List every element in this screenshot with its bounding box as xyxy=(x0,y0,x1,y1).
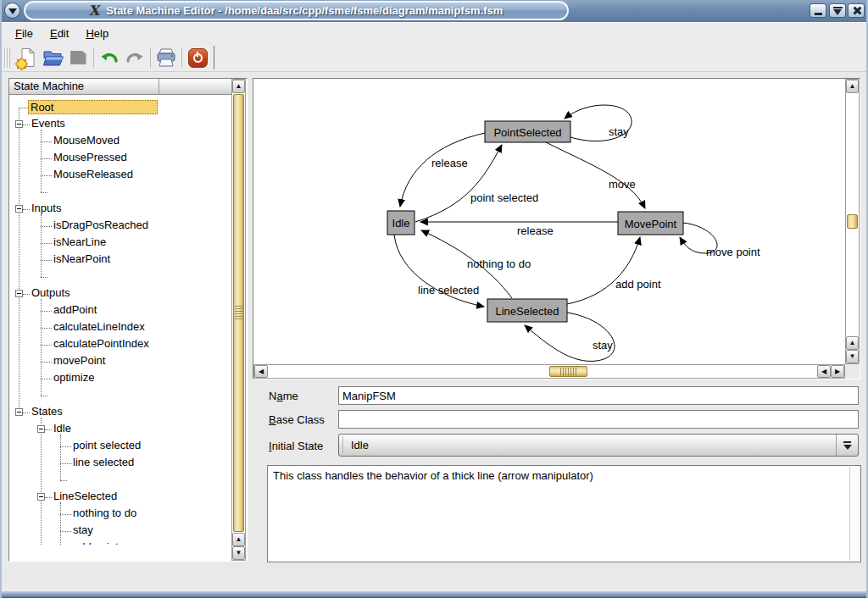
textarea-scrollbar-gutter xyxy=(849,467,860,561)
combobox-dropdown-button[interactable] xyxy=(836,435,858,456)
scroll-up-button[interactable]: ▲ xyxy=(232,80,245,93)
state-node-idle[interactable]: Idle xyxy=(387,211,415,235)
undo-button[interactable] xyxy=(97,46,122,69)
scrollbar-slider[interactable] xyxy=(233,94,244,532)
svg-text:Idle: Idle xyxy=(392,217,410,230)
tree-item-mousereleased[interactable]: MouseReleased xyxy=(52,168,135,182)
tree-item-states[interactable]: States xyxy=(30,405,64,419)
open-file-button[interactable] xyxy=(40,46,65,69)
transition-label[interactable]: add point xyxy=(615,278,661,291)
diagram-vertical-scrollbar[interactable]: ▲ ▲ ▼ xyxy=(845,79,860,364)
scroll-right-button[interactable]: ▶ xyxy=(831,365,844,378)
up-arrow-icon: ▲ xyxy=(849,83,856,90)
tree-item-add-point[interactable]: add point xyxy=(71,540,120,545)
scroll-down-button[interactable]: ▼ xyxy=(846,350,859,363)
tool-bar xyxy=(2,44,866,72)
exit-icon xyxy=(188,48,208,68)
menu-item-edit[interactable]: Edit xyxy=(43,25,75,42)
name-label: Name xyxy=(269,390,298,402)
tree-item-calculatepointindex[interactable]: calculatePointIndex xyxy=(52,337,151,352)
tree-item-lineselected[interactable]: LineSelected xyxy=(52,490,119,504)
tree-body[interactable]: RootEventsMouseMovedMousePressedMouseRel… xyxy=(9,95,232,545)
diagram-panel: stayreleasepoint selectedmovereleasenoth… xyxy=(253,78,860,379)
menu-item-help[interactable]: Help xyxy=(79,25,115,42)
diagram-horizontal-scrollbar[interactable]: ◀ ◀ ▶ xyxy=(253,364,845,379)
tree-item-events[interactable]: Events xyxy=(30,117,67,131)
tree-item-inputs[interactable]: Inputs xyxy=(30,202,63,216)
transition-label[interactable]: release xyxy=(431,157,468,169)
exit-button[interactable] xyxy=(185,46,210,69)
tree-item-isdragposreached[interactable]: isDragPosReached xyxy=(52,219,150,233)
tree-header: State Machine xyxy=(9,79,232,95)
scrollbar-slider[interactable] xyxy=(847,214,858,229)
tree-item-line-selected[interactable]: line selected xyxy=(71,456,136,470)
scroll-down-button[interactable]: ▼ xyxy=(232,546,245,560)
redo-button[interactable] xyxy=(122,46,147,69)
tree-header-column-2[interactable] xyxy=(159,79,232,95)
tree-item-addpoint[interactable]: addPoint xyxy=(52,303,98,318)
tree-item-isnearline[interactable]: isNearLine xyxy=(52,235,108,250)
minimize-button[interactable] xyxy=(810,3,826,18)
name-field[interactable] xyxy=(338,386,859,405)
down-arrow-icon: ▼ xyxy=(849,353,856,360)
transition-label[interactable]: move xyxy=(609,178,636,191)
scrollbar-slider[interactable] xyxy=(549,366,587,377)
state-node-lineselected[interactable]: LineSelected xyxy=(487,299,567,322)
tree-header-column[interactable]: State Machine xyxy=(9,79,159,95)
tree-item-idle[interactable]: Idle xyxy=(52,422,73,436)
transition-label[interactable]: point selected xyxy=(470,191,538,204)
maximize-button[interactable] xyxy=(829,3,846,18)
state-node-movepoint[interactable]: MovePoint xyxy=(618,212,683,235)
base-class-field[interactable] xyxy=(338,410,859,429)
tree-item-stay[interactable]: stay xyxy=(71,523,95,538)
tree-item-point-selected[interactable]: point selected xyxy=(71,439,142,453)
tree-item-outputs[interactable]: Outputs xyxy=(30,286,72,301)
transition-label[interactable]: stay xyxy=(609,125,629,138)
tree-item-optimize[interactable]: optimize xyxy=(52,371,96,385)
tree-item-calculatelineindex[interactable]: calculateLineIndex xyxy=(52,320,147,335)
scroll-left-button-2[interactable]: ◀ xyxy=(817,365,831,378)
print-button[interactable] xyxy=(153,46,179,69)
scroll-up-button[interactable]: ▲ xyxy=(846,80,859,93)
scroll-left-button[interactable]: ◀ xyxy=(254,365,268,378)
redo-icon xyxy=(124,47,146,68)
expand-box[interactable] xyxy=(15,290,23,297)
tree-item-isnearpoint[interactable]: isNearPoint xyxy=(52,252,112,267)
tree-vertical-scrollbar[interactable]: ▲ ▲ ▼ xyxy=(231,79,246,561)
scroll-up-button-2[interactable]: ▲ xyxy=(846,336,859,350)
menu-item-file[interactable]: File xyxy=(8,25,40,42)
toolbar-separator xyxy=(214,46,214,69)
scroll-up-button-2[interactable]: ▲ xyxy=(232,533,245,546)
tree-item-root[interactable]: Root xyxy=(28,100,158,114)
transition-label[interactable]: nothing to do xyxy=(467,257,531,270)
expand-box[interactable] xyxy=(37,493,45,501)
initial-state-combobox[interactable]: Idle xyxy=(338,434,859,457)
expand-box[interactable] xyxy=(15,408,23,416)
transition-label[interactable]: stay xyxy=(593,339,613,352)
tree-item-nothing-to-do[interactable]: nothing to do xyxy=(71,507,138,521)
tree-item-mousepressed[interactable]: MousePressed xyxy=(52,151,129,165)
title-bar: X State Machine Editor - /home/daa/src/c… xyxy=(0,0,868,22)
up-arrow-icon: ▲ xyxy=(236,536,242,543)
up-arrow-icon: ▲ xyxy=(849,340,856,346)
toolbar-separator xyxy=(93,47,94,68)
state-node-pointselected[interactable]: PointSelected xyxy=(485,121,570,142)
base-class-label: Base Class xyxy=(269,413,325,426)
expand-box[interactable] xyxy=(15,205,23,213)
window-menu-button[interactable] xyxy=(4,3,20,19)
expand-box[interactable] xyxy=(15,120,23,128)
new-file-button[interactable] xyxy=(14,46,40,69)
description-textarea[interactable]: This class handles the behavior of a thi… xyxy=(267,465,861,562)
menu-bar: File Edit Help xyxy=(2,22,866,44)
tree-item-mousemoved[interactable]: MouseMoved xyxy=(52,134,121,148)
expand-box[interactable] xyxy=(37,425,45,433)
transition-label[interactable]: line selected xyxy=(418,284,479,296)
diagram-canvas[interactable]: stayreleasepoint selectedmovereleasenoth… xyxy=(253,79,845,364)
toolbar-drag-handle[interactable] xyxy=(4,47,10,68)
transition-label[interactable]: move point xyxy=(706,246,760,258)
close-button[interactable] xyxy=(848,3,865,18)
tree-item-movepoint[interactable]: movePoint xyxy=(52,354,107,368)
transition-label[interactable]: release xyxy=(517,224,554,237)
save-button[interactable] xyxy=(65,46,91,69)
svg-text:MovePoint: MovePoint xyxy=(625,218,677,230)
